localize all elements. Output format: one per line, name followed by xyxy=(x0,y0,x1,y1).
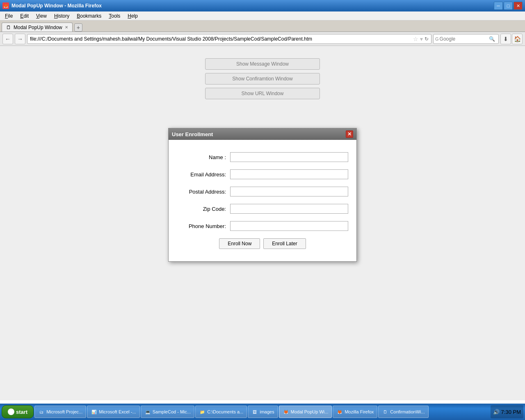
maximize-button[interactable]: □ xyxy=(504,2,513,10)
forward-button[interactable]: → xyxy=(15,34,25,44)
menu-tools[interactable]: Tools xyxy=(105,12,123,20)
browser-icon: 🦊 xyxy=(2,2,9,9)
window-controls: ─ □ ✕ xyxy=(494,2,523,10)
search-input[interactable] xyxy=(440,36,489,42)
zip-input[interactable] xyxy=(230,204,348,214)
tab-modal-popup[interactable]: 🗒 Modal PopUp Window ✕ xyxy=(2,23,73,32)
postal-label: Postal Address: xyxy=(177,189,230,195)
enroll-now-button[interactable]: Enroll Now xyxy=(219,238,260,249)
modal-dialog: User Enrollment ✕ Name : Email Address: … xyxy=(168,128,357,262)
menu-view[interactable]: View xyxy=(33,12,50,20)
menu-bar: File Edit View History Bookmarks Tools H… xyxy=(0,11,525,21)
phone-input[interactable] xyxy=(230,221,348,231)
menu-file[interactable]: File xyxy=(2,12,16,20)
modal-close-button[interactable]: ✕ xyxy=(346,130,353,138)
tab-close-icon[interactable]: ✕ xyxy=(65,25,68,30)
menu-bookmarks[interactable]: Bookmarks xyxy=(73,12,105,20)
name-label: Name : xyxy=(177,154,230,160)
email-label: Email Address: xyxy=(177,171,230,178)
zip-label: Zip Code: xyxy=(177,206,230,212)
phone-label: Phone Number: xyxy=(177,223,230,229)
window-title: Modal PopUp Window - Mozilla Firefox xyxy=(11,3,102,9)
home-icon[interactable]: 🏠 xyxy=(512,34,523,44)
email-input[interactable] xyxy=(230,169,348,179)
google-icon: G xyxy=(435,37,439,41)
new-tab-button[interactable]: + xyxy=(74,23,82,32)
search-icon[interactable]: 🔍 xyxy=(489,36,495,42)
name-row: Name : xyxy=(177,152,348,162)
address-text: file:///C:/Documents and Settings/mahesh… xyxy=(30,36,411,42)
tab-label: Modal PopUp Window xyxy=(14,25,62,30)
menu-help[interactable]: Help xyxy=(124,12,141,20)
menu-edit[interactable]: Edit xyxy=(17,12,32,20)
tab-bar: 🗒 Modal PopUp Window ✕ + xyxy=(0,21,525,32)
email-row: Email Address: xyxy=(177,169,348,179)
address-bar[interactable]: file:///C:/Documents and Settings/mahesh… xyxy=(27,34,431,44)
modal-title: User Enrollment xyxy=(172,131,213,137)
menu-history[interactable]: History xyxy=(51,12,73,20)
postal-row: Postal Address: xyxy=(177,187,348,196)
modal-buttons: Enroll Now Enroll Later xyxy=(177,238,348,253)
nav-right-controls: ⬇ 🏠 xyxy=(500,34,523,44)
modal-body: Name : Email Address: Postal Address: Zi… xyxy=(169,140,356,261)
bookmark-arrow-icon[interactable]: ▾ xyxy=(420,36,423,42)
bookmark-star-icon[interactable]: ☆ xyxy=(413,36,418,42)
title-bar: 🦊 Modal PopUp Window - Mozilla Firefox ─… xyxy=(0,0,525,11)
refresh-icon[interactable]: ↻ xyxy=(425,36,429,42)
close-window-button[interactable]: ✕ xyxy=(514,2,523,10)
back-button[interactable]: ← xyxy=(2,34,13,44)
postal-input[interactable] xyxy=(230,187,348,196)
navigation-bar: ← → file:///C:/Documents and Settings/ma… xyxy=(0,32,525,46)
enroll-later-button[interactable]: Enroll Later xyxy=(263,238,306,249)
tab-favicon: 🗒 xyxy=(6,25,11,30)
name-input[interactable] xyxy=(230,152,348,162)
download-icon[interactable]: ⬇ xyxy=(500,34,511,44)
modal-overlay: User Enrollment ✕ Name : Email Address: … xyxy=(0,46,525,400)
search-bar[interactable]: G 🔍 xyxy=(433,34,499,44)
modal-titlebar: User Enrollment ✕ xyxy=(169,128,356,140)
phone-row: Phone Number: xyxy=(177,221,348,231)
page-content: Show Message Window Show Confiramtion Wi… xyxy=(0,46,525,400)
minimize-button[interactable]: ─ xyxy=(494,2,503,10)
zip-row: Zip Code: xyxy=(177,204,348,214)
